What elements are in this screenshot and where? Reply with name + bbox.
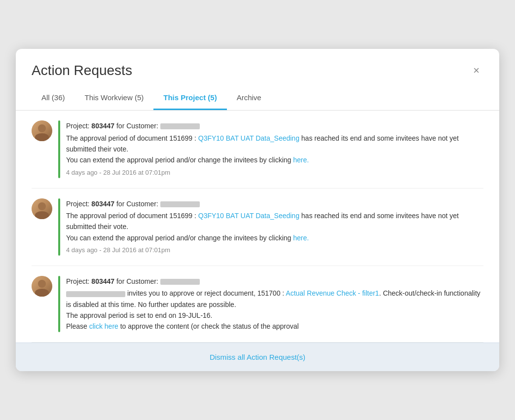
notification-body: The approval period of document 151699 :… <box>66 133 483 155</box>
timestamp: 4 days ago - 28 Jul 2016 at 07:01pm <box>66 245 483 256</box>
document-link[interactable]: Q3FY10 BAT UAT Data_Seeding <box>198 134 299 142</box>
notification-body-3-line1: invites you to approve or reject documen… <box>66 288 483 310</box>
avatar <box>32 198 52 219</box>
timestamp: 4 days ago - 28 Jul 2016 at 07:01pm <box>66 168 483 178</box>
project-id: 803447 <box>91 122 114 130</box>
project-id: 803447 <box>91 200 114 208</box>
project-header: Project: 803447 for Customer: <box>66 198 483 209</box>
project-header: Project: 803447 for Customer: <box>66 276 483 287</box>
here-link[interactable]: here. <box>293 234 309 242</box>
blurred-customer-name <box>160 279 200 285</box>
notification-item: Project: 803447 for Customer: invites yo… <box>32 266 483 343</box>
action-requests-modal: Action Requests × All (36) This Workview… <box>16 49 499 371</box>
blurred-inviter-name <box>66 291 125 297</box>
document-link[interactable]: Q3FY10 BAT UAT Data_Seeding <box>198 212 299 220</box>
blurred-customer-name <box>160 123 200 129</box>
here-link[interactable]: here. <box>293 156 309 164</box>
tab-project[interactable]: This Project (5) <box>153 86 226 110</box>
tab-workview[interactable]: This Workview (5) <box>75 86 154 110</box>
modal-title: Action Requests <box>32 63 132 78</box>
modal-header: Action Requests × <box>16 49 499 86</box>
tab-archive[interactable]: Archive <box>227 86 271 110</box>
close-button[interactable]: × <box>469 63 483 78</box>
avatar <box>32 120 52 141</box>
notification-content: Project: 803447 for Customer: invites yo… <box>66 276 483 332</box>
notification-item: Project: 803447 for Customer: The approv… <box>32 111 483 188</box>
notification-body: The approval period of document 151699 :… <box>66 210 483 232</box>
notifications-list: Project: 803447 for Customer: The approv… <box>16 111 499 343</box>
tab-all[interactable]: All (36) <box>32 86 75 110</box>
notification-item: Project: 803447 for Customer: The approv… <box>32 189 483 266</box>
document-link[interactable]: Actual Revenue Check - filter1 <box>286 289 379 297</box>
green-bar <box>58 198 60 256</box>
green-bar <box>58 276 60 332</box>
notification-action: You can extend the approval period and/o… <box>66 154 483 165</box>
notification-body-3-line2: The approval period is set to end on 19-… <box>66 310 483 321</box>
dismiss-bar: Dismiss all Action Request(s) <box>16 343 499 371</box>
notification-body-3-line3: Please click here to approve the content… <box>66 321 483 332</box>
dismiss-all-button[interactable]: Dismiss all Action Request(s) <box>206 351 309 363</box>
notification-content: Project: 803447 for Customer: The approv… <box>66 198 483 256</box>
notification-content: Project: 803447 for Customer: The approv… <box>66 120 483 178</box>
project-id: 803447 <box>91 277 114 285</box>
click-here-link[interactable]: click here <box>89 322 118 330</box>
project-header: Project: 803447 for Customer: <box>66 120 483 131</box>
avatar <box>32 276 52 297</box>
tabs-container: All (36) This Workview (5) This Project … <box>16 86 499 111</box>
blurred-customer-name <box>160 201 200 207</box>
green-bar <box>58 120 60 178</box>
notification-action: You can extend the approval period and/o… <box>66 232 483 243</box>
